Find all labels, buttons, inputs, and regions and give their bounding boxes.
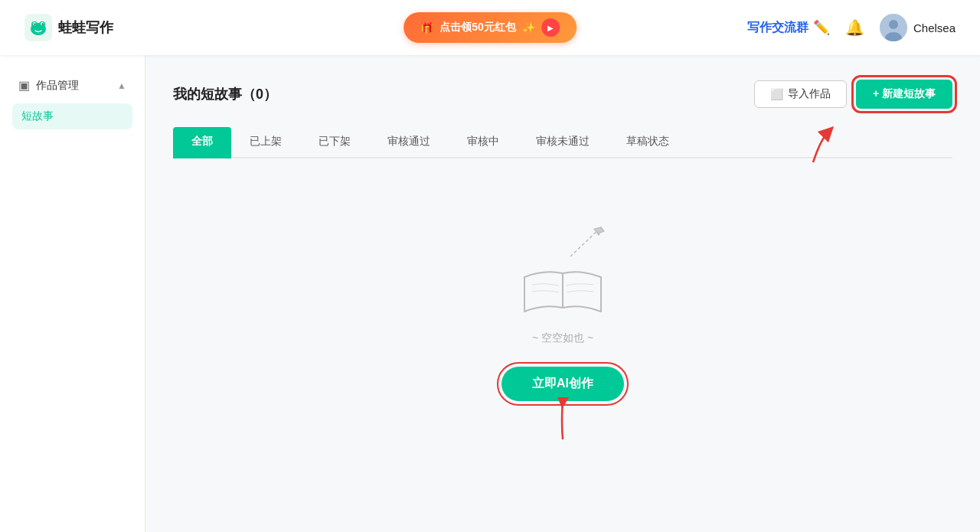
content-header: 我的短故事（0） ⬜ 导入作品 + 新建短故事 xyxy=(173,80,952,109)
tab-all-label: 全部 xyxy=(191,135,213,147)
sidebar-item-label: 短故事 xyxy=(21,109,54,122)
play-button[interactable]: ▶ xyxy=(541,18,560,37)
sidebar-section-works: ▣ 作品管理 ▲ 短故事 xyxy=(0,70,145,129)
main-layout: ▣ 作品管理 ▲ 短故事 我的短故事（0） ⬜ 导入作品 + 新建短故事 xyxy=(0,55,980,532)
logo[interactable]: 蛙蛙写作 xyxy=(24,14,113,41)
notification-bell-icon[interactable]: 🔔 xyxy=(845,18,864,37)
logo-text: 蛙蛙写作 xyxy=(58,18,113,37)
writing-group-label: 写作交流群 xyxy=(747,20,808,36)
chevron-up-icon: ▲ xyxy=(117,80,126,91)
gift-icon: 🎁 xyxy=(420,21,433,34)
svg-point-9 xyxy=(889,20,898,29)
tab-on-shelf[interactable]: 已上架 xyxy=(231,127,300,158)
empty-illustration xyxy=(509,220,616,319)
import-button[interactable]: ⬜ 导入作品 xyxy=(754,80,847,108)
avatar xyxy=(880,14,907,41)
import-label: 导入作品 xyxy=(788,87,831,101)
empty-state: ~ 空空如也 ~ 立即AI创作 xyxy=(173,158,952,432)
works-management-icon: ▣ xyxy=(18,78,30,93)
tab-reviewing[interactable]: 审核中 xyxy=(449,127,518,158)
tab-reviewing-label: 审核中 xyxy=(467,135,499,147)
import-icon: ⬜ xyxy=(770,88,783,100)
pen-icon: ✏️ xyxy=(813,19,830,36)
tab-rejected-label: 审核未通过 xyxy=(536,135,590,147)
main-content: 我的短故事（0） ⬜ 导入作品 + 新建短故事 xyxy=(145,55,980,532)
paper-plane-icon xyxy=(567,220,609,262)
open-book-icon xyxy=(521,258,605,319)
tab-all[interactable]: 全部 xyxy=(173,127,231,158)
header-actions: ⬜ 导入作品 + 新建短故事 xyxy=(754,80,952,109)
svg-point-6 xyxy=(34,24,36,25)
tab-approved-label: 审核通过 xyxy=(387,135,430,147)
sidebar-item-short-story[interactable]: 短故事 xyxy=(12,103,132,129)
tabs-bar: 全部 已上架 已下架 审核通过 审核中 审核未通过 草稿状态 xyxy=(173,127,952,158)
ai-create-button[interactable]: 立即AI创作 xyxy=(501,367,624,401)
tab-draft-label: 草稿状态 xyxy=(626,135,669,147)
ai-create-label: 立即AI创作 xyxy=(532,377,593,390)
avatar-image xyxy=(880,14,907,41)
works-management-label: 作品管理 xyxy=(36,79,79,93)
tab-off-shelf-label: 已下架 xyxy=(318,135,351,147)
tab-on-shelf-label: 已上架 xyxy=(250,135,282,147)
promo-area: 🎁 点击领50元红包 ✨ ▶ xyxy=(403,12,577,43)
writing-group-link[interactable]: 写作交流群 ✏️ xyxy=(747,19,830,36)
empty-text: ~ 空空如也 ~ xyxy=(532,331,593,345)
arrow-annotation-ai xyxy=(547,397,578,443)
svg-point-7 xyxy=(42,24,44,25)
header-right: 写作交流群 ✏️ 🔔 Chelsea xyxy=(747,14,956,41)
user-name: Chelsea xyxy=(913,21,956,34)
ai-create-wrapper: 立即AI创作 xyxy=(501,367,624,401)
frog-icon xyxy=(24,14,52,41)
new-story-label: + 新建短故事 xyxy=(873,87,936,101)
header: 蛙蛙写作 🎁 点击领50元红包 ✨ ▶ 写作交流群 ✏️ 🔔 Chelsea xyxy=(0,0,980,55)
tab-rejected[interactable]: 审核未通过 xyxy=(518,127,608,158)
promo-banner[interactable]: 🎁 点击领50元红包 ✨ ▶ xyxy=(403,12,577,43)
sidebar: ▣ 作品管理 ▲ 短故事 xyxy=(0,55,145,532)
tab-draft[interactable]: 草稿状态 xyxy=(608,127,688,158)
tab-off-shelf[interactable]: 已下架 xyxy=(300,127,369,158)
page-title: 我的短故事（0） xyxy=(173,85,277,103)
promo-text: 点击领50元红包 xyxy=(439,21,516,34)
tab-approved[interactable]: 审核通过 xyxy=(369,127,449,158)
sparkle-icon: ✨ xyxy=(522,21,535,34)
sidebar-section-header[interactable]: ▣ 作品管理 ▲ xyxy=(12,70,132,100)
new-story-button[interactable]: + 新建短故事 xyxy=(856,80,952,109)
user-profile[interactable]: Chelsea xyxy=(880,14,956,41)
